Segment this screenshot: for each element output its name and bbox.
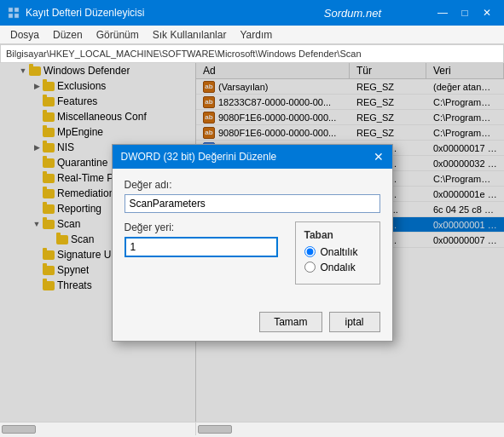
- menu-yardim[interactable]: Yardım: [233, 27, 279, 42]
- dialog-overlay: DWORD (32 bit) Değerini Düzenle ✕ Değer …: [0, 63, 504, 422]
- menu-duzen[interactable]: Düzen: [46, 27, 90, 42]
- tamam-button[interactable]: Tamam: [259, 312, 322, 332]
- dialog-middle-row: Değer yeri: Taban Onaltılık: [125, 221, 380, 285]
- taban-title: Taban: [304, 229, 371, 241]
- dword-dialog: DWORD (32 bit) Değerini Düzenle ✕ Değer …: [112, 144, 393, 342]
- breadcrumb-text: Bilgisayar\HKEY_LOCAL_MACHINE\SOFTWARE\M…: [6, 49, 362, 59]
- title-bar-left: Kayıt Defteri Düzenleyicisi: [7, 6, 144, 20]
- menu-gorunum[interactable]: Görünüm: [90, 27, 146, 42]
- window-controls: — □ ✕: [432, 5, 497, 20]
- dialog-buttons: Tamam iptal: [113, 305, 392, 341]
- deger-yeri-label: Değer yeri:: [125, 221, 278, 233]
- tree-scroll-thumb[interactable]: [2, 425, 36, 434]
- registry-scrollbar[interactable]: [196, 423, 504, 435]
- app-icon: [7, 6, 20, 20]
- radio-ondalik[interactable]: Ondalık: [304, 262, 371, 273]
- taban-section: Taban Onaltılık Ondalık: [295, 221, 380, 285]
- dialog-title-text: DWORD (32 bit) Değerini Düzenle: [121, 151, 277, 163]
- taban-box: Taban Onaltılık Ondalık: [295, 221, 380, 285]
- window-title: Kayıt Defteri Düzenleyicisi: [26, 7, 144, 19]
- iptal-button[interactable]: iptal: [329, 312, 380, 332]
- deger-adi-label: Değer adı:: [125, 179, 380, 191]
- deger-yeri-input[interactable]: [125, 237, 278, 257]
- menu-sik-kullanilanlar[interactable]: Sık Kullanılanlar: [146, 27, 234, 42]
- registry-scroll-thumb[interactable]: [198, 425, 232, 434]
- dialog-title-bar: DWORD (32 bit) Değerini Düzenle ✕: [113, 145, 392, 169]
- radio-onaltilik-label: Onaltılık: [321, 246, 358, 258]
- horizontal-scrollbars: [0, 422, 504, 435]
- breadcrumb: Bilgisayar\HKEY_LOCAL_MACHINE\SOFTWARE\M…: [0, 44, 504, 63]
- svg-rect-0: [9, 8, 13, 12]
- deger-adi-input[interactable]: [125, 194, 380, 213]
- radio-onaltilik-input[interactable]: [304, 246, 316, 257]
- menu-bar: Dosya Düzen Görünüm Sık Kullanılanlar Ya…: [0, 26, 504, 44]
- radio-ondalik-input[interactable]: [304, 262, 316, 273]
- maximize-button[interactable]: □: [455, 5, 475, 20]
- radio-ondalik-label: Ondalık: [321, 262, 356, 273]
- menu-dosya[interactable]: Dosya: [3, 27, 46, 42]
- dialog-close-button[interactable]: ✕: [374, 150, 384, 164]
- brand-text: Sordum.net: [324, 7, 381, 20]
- svg-rect-1: [14, 8, 19, 12]
- close-button[interactable]: ✕: [477, 5, 497, 20]
- main-area: ▼ Windows Defender ▶ Exclusions ▶ Featur…: [0, 63, 504, 422]
- registry-scroll-track: [196, 423, 504, 435]
- minimize-button[interactable]: —: [432, 5, 453, 20]
- svg-rect-2: [9, 14, 13, 18]
- svg-rect-3: [14, 14, 19, 18]
- radio-onaltilik[interactable]: Onaltılık: [304, 246, 371, 258]
- dialog-body: Değer adı: Değer yeri: Taban Onaltılık: [113, 169, 392, 305]
- deger-yeri-section: Değer yeri:: [125, 221, 278, 285]
- tree-scroll-track: [0, 423, 38, 435]
- tree-scrollbar[interactable]: [0, 423, 196, 435]
- title-bar: Kayıt Defteri Düzenleyicisi Sordum.net —…: [0, 0, 504, 26]
